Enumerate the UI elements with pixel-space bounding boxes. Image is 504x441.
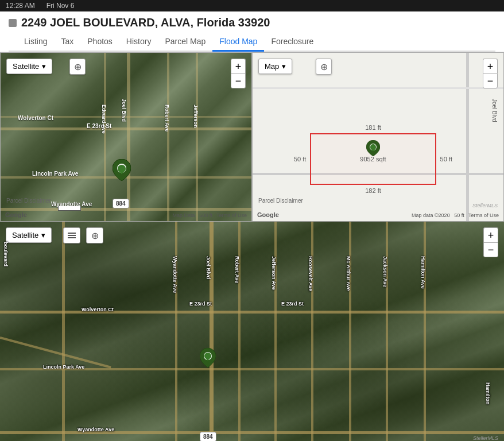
parcel-measure-area: 9052 sqft — [360, 156, 386, 163]
tab-tax[interactable]: Tax — [54, 33, 80, 52]
bottom-label-boulevard: boulevard — [3, 242, 9, 266]
left-locate-button[interactable]: ⊕ — [69, 59, 86, 75]
bottom-label-robert: Robert Ave — [234, 256, 240, 283]
date-display: Fri Nov 6 — [46, 2, 75, 10]
bottom-label-joel: Joel Blvd — [206, 256, 211, 279]
bottom-road-joel-v — [210, 222, 214, 441]
bottom-label-wyandotte-vert: Wyandotte Ave — [172, 256, 178, 293]
right-locate-button[interactable]: ⊕ — [316, 59, 332, 75]
bottom-label-lincoln: Lincoln Park Ave — [43, 364, 84, 370]
satellite-texture — [1, 53, 251, 221]
left-zoom-out-button[interactable]: − — [231, 74, 246, 88]
address-title: 2249 JOEL BOULEVARD, ALVA, Florida 33920 — [9, 16, 495, 33]
bottom-zoom-in-button[interactable]: + — [483, 227, 498, 242]
bottom-road-mcarthur-v — [349, 222, 351, 441]
google-attribution-right: Google — [257, 211, 279, 218]
google-attribution-left: Google — [5, 211, 27, 218]
left-zoom-in-button[interactable]: + — [231, 59, 246, 74]
bottom-road-jefferson-v — [274, 222, 277, 441]
tab-foreclosure[interactable]: Foreclosure — [264, 33, 320, 52]
left-crosshair-icon: ⊕ — [74, 61, 82, 72]
right-parcel-map[interactable]: 181 ft 182 ft 50 ft 50 ft 9052 sqft — [252, 52, 504, 222]
route-884-badge: 884 — [113, 199, 129, 208]
bottom-road-hamilton-v — [424, 222, 426, 441]
steller-mls-right: StellerMLS — [472, 203, 498, 208]
top-map-row: Satellite ▾ ⊕ + − Wolverton Ct E 23rd St… — [0, 52, 504, 222]
right-zoom-in-button[interactable]: + — [483, 59, 498, 74]
map-data-left: Map Data 500 ft Terms of Use — [173, 212, 247, 218]
bottom-road-roosevelt-v — [311, 222, 313, 441]
bottom-label-jefferson: Jefferson Ave — [271, 256, 277, 290]
bottom-road-jackson-v — [386, 222, 388, 441]
bottom-label-e23rd-right: E 23rd St — [281, 301, 304, 307]
lincoln-park-label: Lincoln Park Ave — [32, 171, 78, 177]
parcel-road-h-top — [253, 87, 503, 89]
bottom-zoom-controls: + − — [483, 227, 498, 257]
tab-flood-map[interactable]: Flood Map — [212, 33, 264, 52]
bottom-route-884: 884 — [200, 432, 216, 441]
parcel-disclaimer-left: Parcel Disclaimer — [6, 198, 51, 204]
bottom-label-wolverton: Wolverton Ct — [82, 307, 114, 312]
right-crosshair-icon: ⊕ — [320, 61, 328, 72]
right-map-type-label: Map — [265, 62, 279, 71]
parcel-measure-top: 181 ft — [365, 124, 381, 131]
parcel-measure-left: 50 ft — [294, 156, 306, 163]
property-address: 2249 JOEL BOULEVARD, ALVA, Florida 33920 — [21, 16, 270, 29]
bottom-satellite-overlay — [0, 222, 504, 441]
bottom-map-type-dropdown-icon: ▾ — [41, 231, 45, 239]
left-map-marker — [113, 159, 131, 181]
scale-bar-left — [58, 206, 81, 211]
bottom-map-type-label: Satellite — [12, 231, 38, 239]
bottom-road-e23rd-h — [0, 311, 504, 314]
parcel-measure-right: 50 ft — [440, 156, 452, 163]
bottom-layers-button[interactable] — [63, 227, 80, 243]
map-data-right: Map data ©2020 50 ft Terms of Use — [412, 212, 499, 218]
tab-history[interactable]: History — [119, 33, 158, 52]
bottom-locate-button[interactable]: ⊕ — [86, 227, 103, 243]
road-joel-blvd-v — [127, 53, 130, 221]
parcel-marker — [366, 140, 380, 156]
bottom-road-v2 — [175, 222, 177, 441]
bottom-road-robert-v — [238, 222, 241, 441]
right-map-type-dropdown-icon: ▾ — [282, 62, 286, 71]
parcel-highlight-box: 181 ft 182 ft 50 ft 50 ft 9052 sqft — [310, 133, 436, 185]
address-dot-icon — [9, 19, 17, 27]
jefferson-ave-label: Jefferson — [193, 105, 199, 128]
time-display: 12:28 AM — [6, 2, 35, 10]
scale-line-left — [58, 206, 81, 211]
road-robert-v — [167, 53, 169, 221]
tab-bar: Listing Tax Photos History Parcel Map Fl… — [9, 33, 495, 52]
right-zoom-out-button[interactable]: − — [483, 74, 498, 88]
right-map-type-button[interactable]: Map ▾ — [258, 59, 292, 74]
bottom-map-row[interactable]: Satellite ▾ ⊕ + − boulevard Wolverton Ct… — [0, 222, 504, 441]
road-e23rd-h — [1, 127, 251, 130]
main-content: Satellite ▾ ⊕ + − Wolverton Ct E 23rd St… — [0, 52, 504, 441]
e23rd-st-label: E 23rd St — [87, 123, 111, 129]
tab-photos[interactable]: Photos — [80, 33, 119, 52]
left-zoom-controls: + − — [231, 59, 246, 88]
tab-parcel-map[interactable]: Parcel Map — [158, 33, 212, 52]
left-satellite-map[interactable]: Satellite ▾ ⊕ + − Wolverton Ct E 23rd St… — [0, 52, 252, 222]
bottom-map-type-button[interactable]: Satellite ▾ — [6, 227, 52, 243]
parcel-disclaimer-right: Parcel Disclaimer — [258, 198, 303, 204]
bottom-label-jackson: Jackson Ave — [382, 256, 388, 287]
address-bar: 2249 JOEL BOULEVARD, ALVA, Florida 33920… — [0, 11, 504, 52]
parcel-measure-bottom: 182 ft — [365, 187, 381, 194]
road-edward-v — [104, 53, 106, 221]
tab-listing[interactable]: Listing — [17, 33, 54, 52]
bottom-map-marker — [200, 348, 216, 368]
bottom-label-mcarthur: Mc Arthur Ave — [346, 256, 351, 291]
right-zoom-controls: + − — [483, 59, 498, 88]
left-map-type-button[interactable]: Satellite ▾ — [6, 59, 52, 74]
edward-ave-label: Edward Ave — [101, 105, 107, 134]
bottom-road-wyandotte-v — [62, 222, 65, 441]
left-map-type-dropdown-icon: ▾ — [42, 62, 46, 71]
bottom-label-hamilton: Hamilton Ave — [420, 256, 426, 289]
joel-blvd-right-label: Joel Blvd — [491, 99, 498, 122]
parcel-road-v — [466, 53, 469, 221]
joel-blvd-label: Joel Blvd — [121, 99, 127, 122]
road-jefferson-v — [196, 53, 198, 221]
bottom-label-roosevelt: Roosevelt Ave — [308, 256, 313, 291]
bottom-label-hamilton-br: Hamilton — [485, 382, 491, 405]
bottom-zoom-out-button[interactable]: − — [483, 242, 498, 257]
